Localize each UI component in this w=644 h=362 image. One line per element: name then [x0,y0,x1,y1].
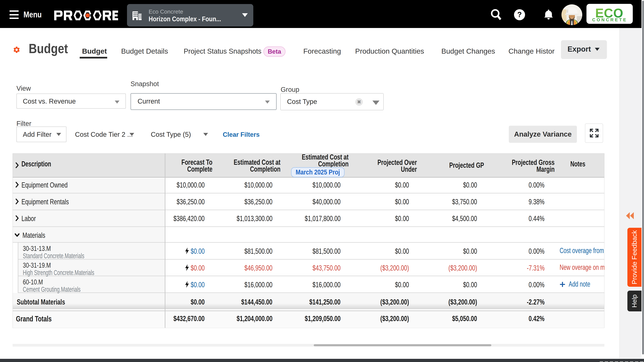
svg-text:?: ? [517,10,522,18]
svg-text:CONCRETE: CONCRETE [592,17,628,22]
